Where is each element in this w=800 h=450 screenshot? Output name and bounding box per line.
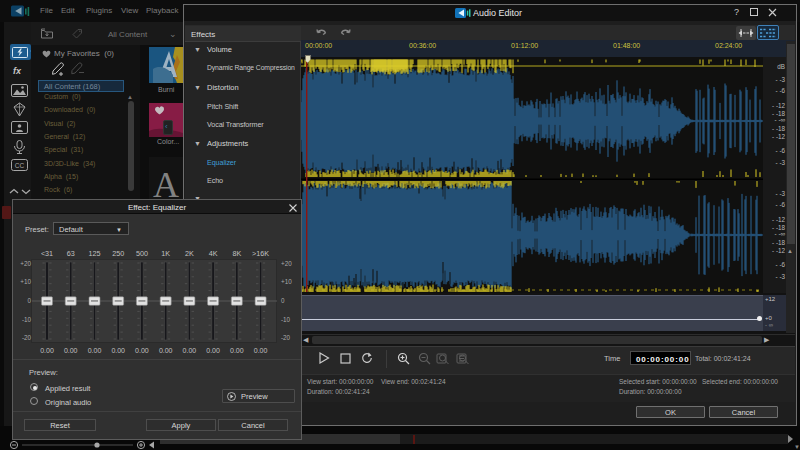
svg-text:CC: CC	[15, 162, 25, 169]
svg-text:A: A	[153, 165, 179, 199]
